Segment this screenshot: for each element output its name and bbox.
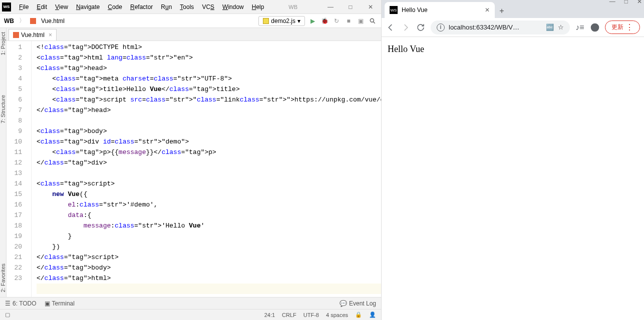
url-text: localhost:63342/WB/V… [449,24,519,31]
update-label: 更新 [611,23,623,32]
page-text: Hello Vue [388,44,424,54]
run-config-label: demo2.js [271,18,295,24]
tab-close-icon[interactable]: ✕ [485,6,490,14]
dropdown-icon: ▾ [297,18,300,24]
stop-icon[interactable]: ■ [344,16,353,26]
close-icon[interactable]: ✕ [637,0,642,5]
back-icon[interactable] [386,22,396,32]
html-file-icon [13,32,19,38]
ide-toolbar: WB 〉 Vue.html demo2.js ▾ ▶ 🐞 ↻ ■ ▣ [0,14,381,28]
update-button[interactable]: 更新 ⋮ [605,20,640,34]
layout-icon[interactable]: ▣ [356,16,365,26]
menu-edit[interactable]: Edit [33,2,51,12]
coverage-icon[interactable]: ↻ [332,16,341,26]
menu-file[interactable]: File [15,2,33,12]
svg-point-2 [591,23,599,32]
minimize-icon[interactable]: — [322,2,339,12]
browser-window-controls: — □ ✕ [609,0,642,5]
profile-icon[interactable] [590,22,600,32]
status-indent[interactable]: 4 spaces [326,312,348,318]
menu-vcs[interactable]: VCS [198,2,218,12]
media-icon[interactable]: ♪≡ [575,22,585,32]
tool-favorites[interactable]: 2: Favorites [0,264,6,292]
event-log-icon: 💬 [340,300,347,307]
breadcrumb-sep-icon: 〉 [19,16,25,25]
tab-close-icon[interactable]: × [49,32,52,38]
svg-line-1 [373,22,375,23]
todo-icon: ☰ [5,300,11,307]
menu-code[interactable]: Code [104,2,126,12]
terminal-label: Terminal [52,300,75,307]
tool-terminal[interactable]: ▣ Terminal [45,300,75,307]
ide-logo-icon: WS [2,2,11,12]
new-tab-button[interactable]: + [495,4,509,18]
editor-tab-vue[interactable]: Vue.html × [9,29,57,40]
run-config-selector[interactable]: demo2.js ▾ [258,16,305,26]
menu-tools[interactable]: Tools [176,2,198,12]
menu-navigate[interactable]: Navigate [72,2,104,12]
star-icon[interactable]: ☆ [558,24,564,31]
breadcrumb-root[interactable]: WB [4,18,14,24]
tool-event-log[interactable]: 💬 Event Log [340,300,376,307]
search-icon[interactable] [368,16,377,26]
maximize-icon[interactable]: □ [624,0,628,5]
menu-bar: File Edit View Navigate Code Refactor Ru… [15,2,268,12]
bottom-tool-bar: ☰ 6: TODO ▣ Terminal 💬 Event Log [0,297,381,309]
browser-toolbar: i localhost:63342/WB/V… 🔤 ☆ ♪≡ 更新 ⋮ [382,18,644,37]
ide-titlebar: WS File Edit View Navigate Code Refactor… [0,0,381,14]
reload-icon[interactable] [416,22,426,32]
menu-refactor[interactable]: Refactor [126,2,157,12]
line-gutter: 1234567891011121314151617181920212223 [7,41,32,297]
minimize-icon[interactable]: — [609,0,615,5]
breadcrumb-file[interactable]: Vue.html [41,18,65,24]
tool-structure[interactable]: 7: Structure [0,95,6,124]
browser-tab[interactable]: WS Hello Vue ✕ [385,2,495,18]
ide-window: WS File Edit View Navigate Code Refactor… [0,0,382,320]
page-content: Hello Vue [382,37,644,320]
status-eol[interactable]: CRLF [282,312,296,318]
address-bar[interactable]: i localhost:63342/WB/V… 🔤 ☆ [431,20,570,34]
tool-todo[interactable]: ☰ 6: TODO [5,300,37,307]
menu-help[interactable]: Help [248,2,268,12]
titlebar-project: WB [288,4,297,10]
svg-point-0 [370,18,374,22]
inspector-icon[interactable]: 👤 [369,312,376,318]
site-info-icon[interactable]: i [437,24,445,32]
editor-tabs: Vue.html × [7,28,381,41]
window-controls: — □ ✕ [322,2,379,12]
translate-icon[interactable]: 🔤 [546,24,554,31]
debug-icon[interactable]: 🐞 [320,16,329,26]
favicon-icon: WS [390,6,398,14]
forward-icon[interactable] [401,22,411,32]
code-editor[interactable]: 1234567891011121314151617181920212223 <!… [7,41,381,297]
event-log-label: Event Log [349,300,376,307]
lock-icon[interactable]: 🔒 [355,312,362,318]
menu-run[interactable]: Run [157,2,176,12]
close-icon[interactable]: ✕ [362,2,379,12]
status-bar: ▢ 24:1 CRLF UTF-8 4 spaces 🔒 👤 [0,309,381,320]
menu-view[interactable]: View [51,2,72,12]
code-content[interactable]: <!class="tag">DOCTYPE html><class="tag">… [32,41,381,297]
terminal-icon: ▣ [45,300,50,307]
js-file-icon [263,18,269,24]
todo-label: 6: TODO [13,300,37,307]
run-icon[interactable]: ▶ [308,16,317,26]
tool-project[interactable]: 1: Project [0,32,6,55]
menu-window[interactable]: Window [218,2,248,12]
editor-area: Vue.html × 12345678910111213141516171819… [7,28,381,297]
tool-window-bar-left: 1: Project 7: Structure 2: Favorites [0,28,7,297]
html-file-icon [30,18,36,24]
status-position[interactable]: 24:1 [264,312,275,318]
browser-tab-title: Hello Vue [402,6,428,14]
editor-tab-label: Vue.html [21,32,45,38]
status-encoding[interactable]: UTF-8 [303,312,319,318]
maximize-icon[interactable]: □ [342,2,359,12]
ide-main: 1: Project 7: Structure 2: Favorites Vue… [0,28,381,297]
status-context-icon[interactable]: ▢ [5,312,10,318]
kebab-icon: ⋮ [625,22,633,32]
browser-tab-strip: — □ ✕ WS Hello Vue ✕ + [382,0,644,18]
browser-window: — □ ✕ WS Hello Vue ✕ + i localhost:63342… [382,0,644,320]
